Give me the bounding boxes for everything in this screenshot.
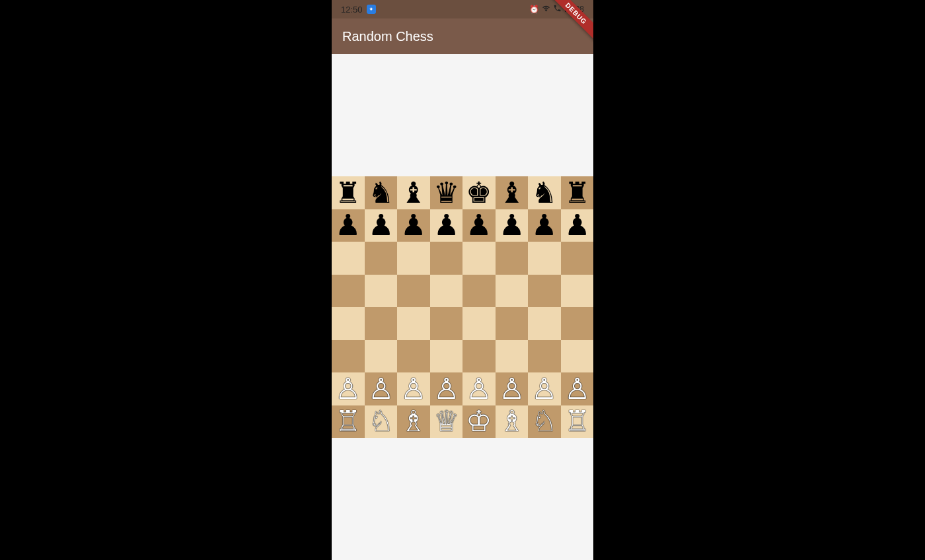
piece-wQ[interactable]: ♕ [433,407,459,436]
square-e8[interactable]: ♚ [462,176,496,209]
piece-bP[interactable]: ♟ [368,211,394,240]
square-b7[interactable]: ♟ [365,209,398,242]
square-g1[interactable]: ♘ [528,405,561,438]
square-g8[interactable]: ♞ [528,176,561,209]
square-f2[interactable]: ♙ [496,372,529,405]
square-g4[interactable] [528,307,561,340]
square-e1[interactable]: ♔ [462,405,496,438]
square-h5[interactable] [561,275,594,308]
square-a5[interactable] [332,275,365,308]
square-c3[interactable] [397,340,430,373]
content-area: ♜♞♝♛♚♝♞♜♟♟♟♟♟♟♟♟♙♙♙♙♙♙♙♙♖♘♗♕♔♗♘♖ [332,54,593,560]
piece-wP[interactable]: ♙ [466,374,492,403]
square-h2[interactable]: ♙ [561,372,594,405]
piece-wP[interactable]: ♙ [368,374,394,403]
square-d1[interactable]: ♕ [430,405,463,438]
square-a6[interactable] [332,242,365,275]
piece-bP[interactable]: ♟ [400,211,426,240]
square-e5[interactable] [462,275,496,308]
square-b6[interactable] [365,242,398,275]
square-c6[interactable] [397,242,430,275]
square-e7[interactable]: ♟ [462,209,496,242]
piece-wN[interactable]: ♘ [531,407,557,436]
piece-bB[interactable]: ♝ [400,178,426,207]
piece-wN[interactable]: ♘ [368,407,394,436]
square-b5[interactable] [365,275,398,308]
piece-wP[interactable]: ♙ [564,374,590,403]
piece-bP[interactable]: ♟ [531,211,557,240]
square-a8[interactable]: ♜ [332,176,365,209]
piece-bK[interactable]: ♚ [466,178,492,207]
square-d2[interactable]: ♙ [430,372,463,405]
piece-wP[interactable]: ♙ [433,374,459,403]
square-c2[interactable]: ♙ [397,372,430,405]
square-e3[interactable] [462,340,496,373]
piece-bR[interactable]: ♜ [564,178,590,207]
piece-bP[interactable]: ♟ [499,211,525,240]
square-c8[interactable]: ♝ [397,176,430,209]
square-h7[interactable]: ♟ [561,209,594,242]
status-time: 12:50 [341,5,363,15]
square-c4[interactable] [397,307,430,340]
square-g5[interactable] [528,275,561,308]
piece-bP[interactable]: ♟ [466,211,492,240]
square-b1[interactable]: ♘ [365,405,398,438]
square-c7[interactable]: ♟ [397,209,430,242]
piece-bN[interactable]: ♞ [368,178,394,207]
piece-wB[interactable]: ♗ [499,407,525,436]
square-d3[interactable] [430,340,463,373]
square-d8[interactable]: ♛ [430,176,463,209]
square-g2[interactable]: ♙ [528,372,561,405]
piece-bR[interactable]: ♜ [335,178,361,207]
piece-wP[interactable]: ♙ [335,374,361,403]
square-f1[interactable]: ♗ [496,405,529,438]
square-a7[interactable]: ♟ [332,209,365,242]
square-g6[interactable] [528,242,561,275]
square-f7[interactable]: ♟ [496,209,529,242]
square-f8[interactable]: ♝ [496,176,529,209]
square-a1[interactable]: ♖ [332,405,365,438]
square-d5[interactable] [430,275,463,308]
square-a2[interactable]: ♙ [332,372,365,405]
square-e2[interactable]: ♙ [462,372,496,405]
square-f3[interactable] [496,340,529,373]
square-b2[interactable]: ♙ [365,372,398,405]
square-h3[interactable] [561,340,594,373]
square-e4[interactable] [462,307,496,340]
piece-bP[interactable]: ♟ [564,211,590,240]
square-d4[interactable] [430,307,463,340]
piece-bP[interactable]: ♟ [433,211,459,240]
square-g3[interactable] [528,340,561,373]
piece-wP[interactable]: ♙ [400,374,426,403]
square-d6[interactable] [430,242,463,275]
piece-wP[interactable]: ♙ [531,374,557,403]
square-c5[interactable] [397,275,430,308]
piece-wP[interactable]: ♙ [499,374,525,403]
square-e6[interactable] [462,242,496,275]
chess-board[interactable]: ♜♞♝♛♚♝♞♜♟♟♟♟♟♟♟♟♙♙♙♙♙♙♙♙♖♘♗♕♔♗♘♖ [332,176,593,438]
piece-bN[interactable]: ♞ [531,178,557,207]
square-b4[interactable] [365,307,398,340]
piece-wR[interactable]: ♖ [335,407,361,436]
piece-bP[interactable]: ♟ [335,211,361,240]
piece-wB[interactable]: ♗ [400,407,426,436]
square-a4[interactable] [332,307,365,340]
square-g7[interactable]: ♟ [528,209,561,242]
square-f6[interactable] [496,242,529,275]
piece-bQ[interactable]: ♛ [433,178,459,207]
square-b8[interactable]: ♞ [365,176,398,209]
square-h6[interactable] [561,242,594,275]
square-f4[interactable] [496,307,529,340]
square-d7[interactable]: ♟ [430,209,463,242]
square-a3[interactable] [332,340,365,373]
square-h4[interactable] [561,307,594,340]
bluetooth-icon: ✦ [367,5,376,14]
square-c1[interactable]: ♗ [397,405,430,438]
square-f5[interactable] [496,275,529,308]
square-h1[interactable]: ♖ [561,405,594,438]
piece-wR[interactable]: ♖ [564,407,590,436]
piece-bB[interactable]: ♝ [499,178,525,207]
square-h8[interactable]: ♜ [561,176,594,209]
square-b3[interactable] [365,340,398,373]
piece-wK[interactable]: ♔ [466,407,492,436]
